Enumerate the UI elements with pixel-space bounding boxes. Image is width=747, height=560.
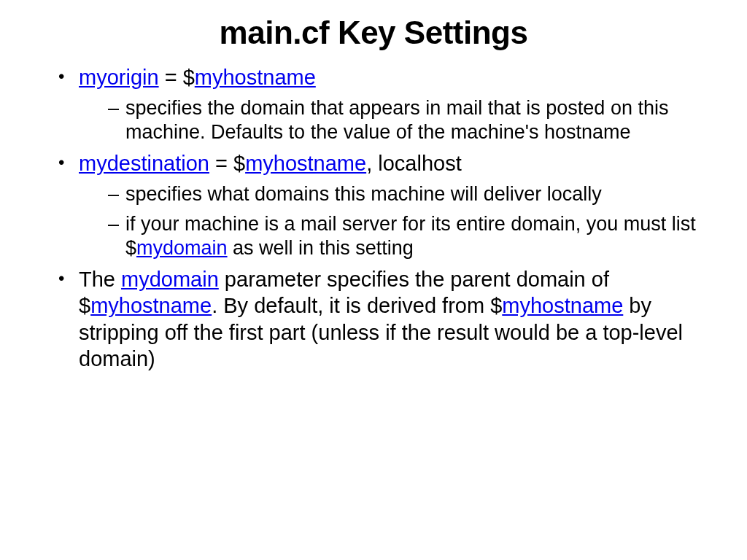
link-myhostname[interactable]: myhostname xyxy=(90,294,212,317)
link-myhostname[interactable]: myhostname xyxy=(502,294,623,317)
sub-list: specifies the domain that appears in mai… xyxy=(79,96,711,144)
link-myhostname[interactable]: myhostname xyxy=(245,152,366,175)
text-equals-2: = $ xyxy=(209,152,245,175)
bullet-item-mydomain: The mydomain parameter specifies the par… xyxy=(58,266,711,372)
link-mydomain[interactable]: mydomain xyxy=(121,268,219,291)
bullet-item-mydestination: mydestination = $myhostname, localhost s… xyxy=(58,150,711,260)
slide-title: main.cf Key Settings xyxy=(36,15,711,51)
sub-item: if your machine is a mail server for its… xyxy=(108,212,711,260)
sub-list: specifies what domains this machine will… xyxy=(79,182,711,260)
text-part: . By default, it is derived from $ xyxy=(212,294,502,317)
text-equals-1: = $ xyxy=(159,66,195,89)
text-part: The xyxy=(79,268,121,291)
sub-item: specifies what domains this machine will… xyxy=(108,182,711,206)
link-mydomain[interactable]: mydomain xyxy=(136,237,228,259)
bullet-item-myorigin: myorigin = $myhostname specifies the dom… xyxy=(58,64,711,144)
link-mydestination[interactable]: mydestination xyxy=(79,152,209,175)
link-myhostname[interactable]: myhostname xyxy=(195,66,316,89)
link-myorigin[interactable]: myorigin xyxy=(79,66,159,89)
text-part: as well in this setting xyxy=(228,237,414,259)
sub-item: specifies the domain that appears in mai… xyxy=(108,96,711,144)
text-localhost: , localhost xyxy=(366,152,462,175)
bullet-list: myorigin = $myhostname specifies the dom… xyxy=(36,64,711,372)
